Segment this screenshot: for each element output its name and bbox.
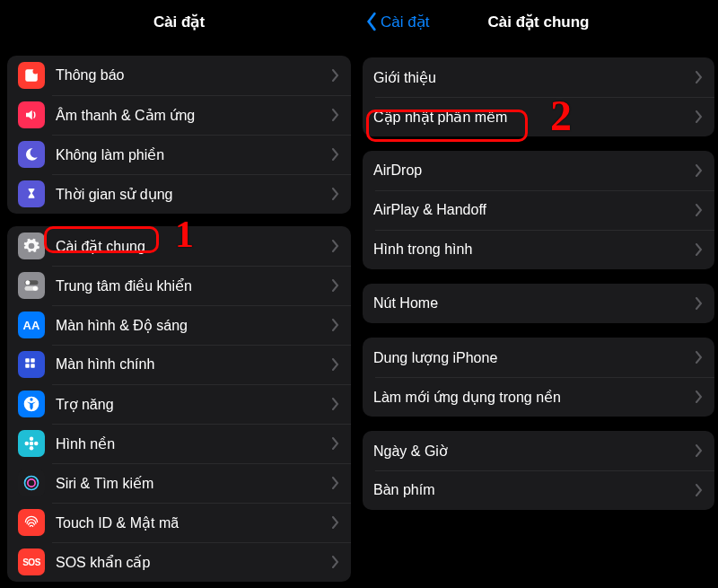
row-label: Cập nhật phần mềm xyxy=(373,109,695,126)
chevron-right-icon xyxy=(331,319,340,331)
row-sound[interactable]: Âm thanh & Cảm ứng xyxy=(7,95,351,135)
chevron-right-icon xyxy=(331,69,340,82)
row-wallpaper[interactable]: Hình nền xyxy=(7,424,351,463)
row-label: Hình trong hình xyxy=(373,241,695,258)
row-sos[interactable]: SOS SOS khẩn cấp xyxy=(7,542,351,582)
settings-pane: Cài đặt Thông báo Âm thanh & Cảm ứng Khô… xyxy=(0,0,359,588)
svg-rect-9 xyxy=(31,364,35,368)
row-label: Màn hình chính xyxy=(56,356,331,373)
svg-point-17 xyxy=(25,477,39,490)
row-label: Không làm phiền xyxy=(56,146,331,163)
settings-header: Cài đặt xyxy=(0,0,358,43)
row-bg-refresh[interactable]: Làm mới ứng dụng trong nền xyxy=(363,377,714,417)
siri-icon xyxy=(18,470,45,496)
row-label: Thông báo xyxy=(56,67,331,83)
row-label: Cài đặt chung xyxy=(56,238,331,255)
row-screentime[interactable]: Thời gian sử dụng xyxy=(7,174,351,214)
svg-point-13 xyxy=(30,437,34,442)
switches-icon xyxy=(18,272,45,299)
svg-point-18 xyxy=(28,479,35,487)
chevron-right-icon xyxy=(695,164,704,177)
gear-icon xyxy=(18,233,45,259)
back-button[interactable]: Cài đặt xyxy=(364,12,429,31)
row-label: Ngày & Giờ xyxy=(373,443,695,460)
chevron-right-icon xyxy=(695,484,704,496)
row-about[interactable]: Giới thiệu xyxy=(363,57,714,97)
row-accessibility[interactable]: Trợ năng xyxy=(7,384,351,424)
chevron-right-icon xyxy=(331,279,340,292)
general-title: Cài đặt chung xyxy=(488,13,590,31)
row-display[interactable]: AA Màn hình & Độ sáng xyxy=(7,305,351,345)
hourglass-icon xyxy=(18,180,45,207)
chevron-right-icon xyxy=(331,516,340,529)
general-header: Cài đặt Cài đặt chung xyxy=(359,0,718,43)
back-label: Cài đặt xyxy=(381,13,429,31)
row-pip[interactable]: Hình trong hình xyxy=(363,230,714,269)
row-label: Touch ID & Mật mã xyxy=(56,514,331,531)
chevron-right-icon xyxy=(695,297,704,310)
general-pane: Cài đặt Cài đặt chung Giới thiệu Cập nhậ… xyxy=(359,0,718,588)
chevron-right-icon xyxy=(331,240,340,252)
row-software-update[interactable]: Cập nhật phần mềm xyxy=(363,97,714,136)
sos-icon: SOS xyxy=(18,549,45,575)
svg-point-3 xyxy=(25,280,30,285)
sound-icon xyxy=(18,101,45,128)
general-group: Nút Home xyxy=(363,284,714,323)
row-notifications[interactable]: Thông báo xyxy=(7,56,351,95)
row-label: Nút Home xyxy=(373,295,695,312)
chevron-right-icon xyxy=(331,188,340,200)
row-dnd[interactable]: Không làm phiền xyxy=(7,135,351,174)
chevron-right-icon xyxy=(331,437,340,450)
svg-point-15 xyxy=(25,442,30,446)
moon-icon xyxy=(18,141,45,168)
row-label: Trợ năng xyxy=(56,396,331,413)
chevron-left-icon xyxy=(364,12,379,31)
row-datetime[interactable]: Ngày & Giờ xyxy=(363,431,714,470)
row-airdrop[interactable]: AirDrop xyxy=(363,151,714,190)
row-controlcenter[interactable]: Trung tâm điều khiển xyxy=(7,266,351,305)
row-airplay[interactable]: AirPlay & Handoff xyxy=(363,190,714,230)
svg-point-16 xyxy=(34,442,39,446)
chevron-right-icon xyxy=(695,204,704,216)
fingerprint-icon xyxy=(18,509,45,536)
svg-point-11 xyxy=(30,398,32,400)
row-homescreen[interactable]: Màn hình chính xyxy=(7,345,351,384)
row-general[interactable]: Cài đặt chung xyxy=(7,226,351,266)
row-label: Dung lượng iPhone xyxy=(373,349,695,366)
flower-icon xyxy=(18,430,45,457)
row-siri[interactable]: Siri & Tìm kiếm xyxy=(7,463,351,503)
chevron-right-icon xyxy=(331,358,340,371)
general-group: Dung lượng iPhone Làm mới ứng dụng trong… xyxy=(363,338,714,417)
settings-title: Cài đặt xyxy=(153,13,205,31)
notifications-icon xyxy=(18,62,45,89)
row-label: AirDrop xyxy=(373,162,695,179)
svg-rect-8 xyxy=(25,364,30,368)
row-label: Hình nền xyxy=(56,435,331,452)
svg-point-5 xyxy=(33,286,38,291)
row-storage[interactable]: Dung lượng iPhone xyxy=(363,338,714,377)
chevron-right-icon xyxy=(331,109,340,121)
svg-point-1 xyxy=(33,69,39,75)
svg-rect-7 xyxy=(31,358,35,363)
svg-rect-6 xyxy=(25,358,30,363)
row-label: Màn hình & Độ sáng xyxy=(56,317,331,334)
svg-point-12 xyxy=(30,442,34,446)
svg-point-14 xyxy=(30,446,34,451)
row-label: Bàn phím xyxy=(373,482,695,498)
row-keyboard[interactable]: Bàn phím xyxy=(363,470,714,510)
chevron-right-icon xyxy=(695,391,704,403)
row-home-button[interactable]: Nút Home xyxy=(363,284,714,323)
row-label: Siri & Tìm kiếm xyxy=(56,475,331,492)
settings-group: Thông báo Âm thanh & Cảm ứng Không làm p… xyxy=(7,56,351,214)
row-label: Giới thiệu xyxy=(373,69,695,86)
chevron-right-icon xyxy=(331,398,340,410)
chevron-right-icon xyxy=(695,71,704,83)
row-label: AirPlay & Handoff xyxy=(373,202,695,218)
chevron-right-icon xyxy=(331,148,340,161)
row-touchid[interactable]: Touch ID & Mật mã xyxy=(7,503,351,542)
row-label: Thời gian sử dụng xyxy=(56,186,331,203)
chevron-right-icon xyxy=(695,243,704,256)
chevron-right-icon xyxy=(695,110,704,123)
aa-icon: AA xyxy=(18,312,45,338)
general-group: Giới thiệu Cập nhật phần mềm xyxy=(363,57,714,136)
